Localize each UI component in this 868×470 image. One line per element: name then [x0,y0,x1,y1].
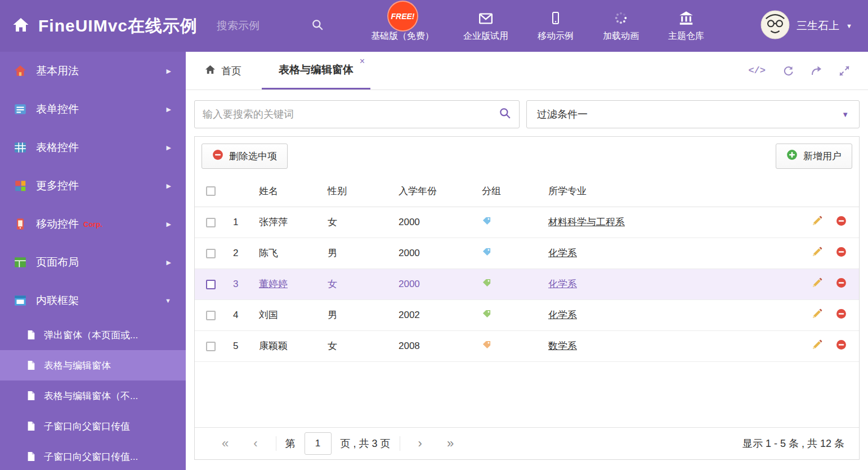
row-checkbox[interactable] [206,342,216,351]
spinner-icon [614,10,628,25]
chevron-right-icon: ▶ [167,259,171,266]
add-user-button[interactable]: 新增用户 [776,144,852,169]
sidebar-subitem[interactable]: 子窗口向父窗口传值 [0,411,186,441]
sidebar-subitem[interactable]: 表格与编辑窗体（不... [0,381,186,411]
tag-icon [482,310,491,321]
major-link[interactable]: 材料科学与工程系 [548,217,625,227]
cell-gender: 男 [325,238,396,268]
home-icon[interactable] [12,16,29,35]
select-all-checkbox[interactable] [206,186,216,196]
next-page-button[interactable]: › [406,436,435,451]
last-page-button[interactable]: » [435,436,466,451]
phone-icon [14,217,27,231]
caret-down-icon: ▼ [846,23,852,29]
chevron-down-icon: ▼ [165,297,171,304]
nav-enterprise-trial[interactable]: 企业版试用 [449,10,523,42]
layout-icon [14,256,27,269]
sidebar-subitem[interactable]: 子窗口向父窗口传值... [0,441,186,470]
share-icon[interactable] [811,65,822,77]
tab-grid-edit-window[interactable]: 表格与编辑窗体 × [262,52,370,89]
page-label-before: 第 [282,437,299,450]
sidebar-item-inline-frame[interactable]: 内联框架 ▼ [0,281,186,320]
table-row[interactable]: 3 董婷婷 女 2000 化学系 [195,268,859,299]
table-row[interactable]: 2 陈飞 男 2000 化学系 [195,238,859,268]
delete-row-button[interactable] [836,339,847,353]
users-table: 姓名 性别 入学年份 分组 所学专业 1 张萍萍 女 2000 [195,176,859,362]
sidebar-item-form-controls[interactable]: 表单控件 ▶ [0,90,186,128]
major-link[interactable]: 化学系 [548,310,577,320]
delete-row-button[interactable] [836,308,847,322]
cell-year: 2002 [396,299,480,330]
major-link[interactable]: 数学系 [548,341,577,351]
cell-gender: 女 [325,330,396,361]
cell-name: 陈飞 [259,248,278,258]
row-checkbox[interactable] [206,280,216,289]
cell-gender: 男 [325,299,396,330]
row-actions [766,339,857,353]
nav-loading-animation[interactable]: 加载动画 [588,10,654,42]
edit-row-button[interactable] [812,277,822,291]
search-icon[interactable] [499,107,511,122]
nav-mobile-demo[interactable]: 移动示例 [523,10,588,42]
edit-row-button[interactable] [812,308,822,322]
cell-year: 2000 [396,268,480,299]
cell-gender: 女 [325,268,396,299]
delete-row-button[interactable] [836,277,847,291]
sidebar-item-more-controls[interactable]: 更多控件 ▶ [0,167,186,205]
col-index [231,176,257,207]
chevron-right-icon: ▶ [167,68,171,75]
tab-toolbar: </> [748,52,860,89]
edit-row-button[interactable] [812,339,822,353]
nav-theme-repo[interactable]: 主题仓库 [654,10,719,42]
bank-icon [678,10,694,25]
caret-down-icon: ▼ [842,110,849,119]
keyword-search-input[interactable] [203,109,499,120]
major-link[interactable]: 化学系 [548,248,577,258]
sidebar-item-basic-usage[interactable]: 基本用法 ▶ [0,52,186,90]
expand-icon[interactable] [839,65,850,77]
search-icon[interactable] [311,19,324,33]
row-checkbox[interactable] [206,311,216,320]
avatar [760,10,790,42]
sidebar-item-page-layout[interactable]: 页面布局 ▶ [0,243,186,281]
page-number-input[interactable] [305,432,332,455]
refresh-icon[interactable] [782,65,794,77]
prev-page-button[interactable]: ‹ [241,436,270,451]
table-row[interactable]: 4 刘国 男 2002 化学系 [195,299,859,330]
header-search-input[interactable] [217,20,296,32]
sidebar-item-mobile-controls[interactable]: 移动控件 Corp. ▶ [0,205,186,243]
record-summary: 显示 1 - 5 条 , 共 12 条 [742,437,844,450]
table-row[interactable]: 1 张萍萍 女 2000 材料科学与工程系 [195,207,859,238]
tab-home[interactable]: 首页 [194,52,253,89]
filter-dropdown[interactable]: 过滤条件一 ▼ [526,100,860,128]
row-checkbox[interactable] [206,218,216,227]
user-menu[interactable]: 三生石上 ▼ [760,10,868,42]
table-row[interactable]: 5 康颖颖 女 2008 数学系 [195,330,859,361]
major-link[interactable]: 化学系 [548,279,577,289]
sidebar-subitem[interactable]: 弹出窗体（本页面或... [0,320,186,350]
free-badge: FREE! [387,1,418,32]
grid-panel: 删除选中项 新增用户 姓名 性别 入学年份 [194,136,860,460]
header-search [217,19,324,33]
file-icon [26,360,36,370]
table-icon [14,141,27,154]
edit-row-button[interactable] [812,247,822,260]
sidebar-item-grid-controls[interactable]: 表格控件 ▶ [0,128,186,167]
delete-row-button[interactable] [836,216,847,229]
file-icon [26,330,36,340]
cell-year: 2000 [396,238,480,268]
code-icon[interactable]: </> [748,65,766,76]
close-icon[interactable]: × [360,57,365,66]
row-number: 1 [231,207,257,238]
table-header-row: 姓名 性别 入学年份 分组 所学专业 [195,176,859,207]
sidebar-subitem[interactable]: 表格与编辑窗体 [0,350,186,381]
divider [400,436,400,451]
edit-row-button[interactable] [812,216,822,229]
row-actions [766,308,857,322]
first-page-button[interactable]: « [209,436,241,451]
file-icon [26,391,36,401]
delete-row-button[interactable] [836,247,847,260]
row-checkbox[interactable] [206,249,216,258]
mobile-icon [549,10,562,25]
delete-selected-button[interactable]: 删除选中项 [202,144,288,169]
